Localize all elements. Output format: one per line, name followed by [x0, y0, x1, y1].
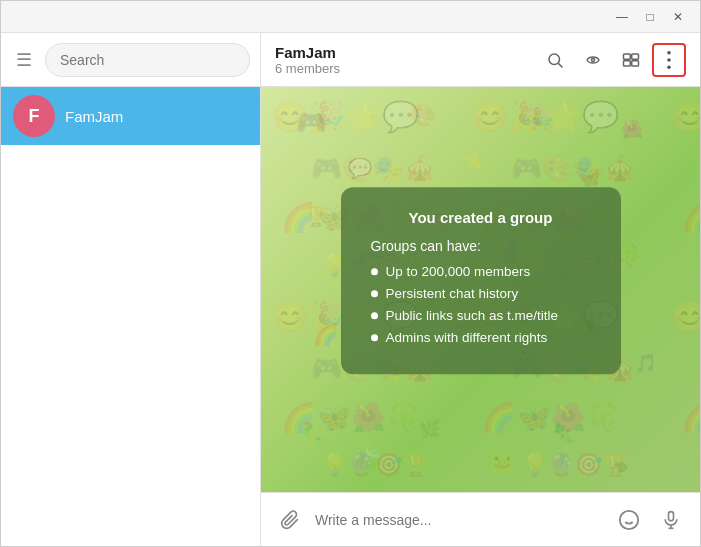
broadcast-icon: [584, 51, 602, 69]
more-options-button[interactable]: [652, 43, 686, 77]
minimize-button[interactable]: —: [608, 3, 636, 31]
list-item-text: Persistent chat history: [386, 286, 519, 301]
svg-text:🎮: 🎮: [296, 108, 327, 138]
svg-rect-3: [624, 54, 631, 59]
svg-point-2: [592, 58, 595, 61]
chat-item-famjam[interactable]: F FamJam: [1, 87, 260, 145]
search-icon-button[interactable]: [538, 43, 572, 77]
svg-point-0: [549, 54, 560, 65]
more-icon: [667, 51, 671, 69]
list-item: Persistent chat history: [371, 286, 591, 301]
chat-panel: FamJam 6 members: [261, 33, 700, 546]
search-input[interactable]: [45, 43, 250, 77]
sidebar-header: ☰: [1, 33, 260, 87]
chat-item-name: FamJam: [65, 108, 123, 125]
chat-list: F FamJam: [1, 87, 260, 546]
attach-button[interactable]: [273, 503, 307, 537]
group-card-subtitle: Groups can have:: [371, 238, 591, 254]
svg-text:🌺: 🌺: [621, 118, 643, 140]
list-item: Up to 200,000 members: [371, 264, 591, 279]
bullet-icon: [371, 334, 378, 341]
svg-point-8: [667, 58, 671, 62]
mic-icon: [661, 510, 681, 530]
svg-rect-5: [624, 60, 631, 65]
svg-rect-4: [632, 54, 639, 59]
group-card-list: Up to 200,000 membersPersistent chat his…: [371, 264, 591, 345]
chat-background: 🎮 💬 🎨 🌟 🎉 🦋 🌺 🏆 🎭 🎯 🔮 💡 🍀 🌈 🎪 😊: [261, 87, 700, 492]
main-area: ☰ F FamJam FamJam 6 members: [1, 33, 700, 546]
app-window: — □ ✕ ☰ F FamJam FamJam 6 me: [0, 0, 701, 547]
svg-text:🦜: 🦜: [300, 421, 325, 444]
svg-rect-38: [669, 511, 674, 520]
sidebar: ☰ F FamJam: [1, 33, 261, 546]
svg-text:🐸: 🐸: [489, 450, 516, 476]
search-icon: [546, 51, 564, 69]
svg-line-1: [558, 63, 562, 67]
svg-text:🏆: 🏆: [304, 205, 329, 228]
bullet-icon: [371, 268, 378, 275]
chat-header: FamJam 6 members: [261, 33, 700, 87]
group-created-card: You created a group Groups can have: Up …: [341, 187, 621, 374]
attach-icon: [280, 510, 300, 530]
screens-icon: [622, 51, 640, 69]
header-icons: [538, 43, 686, 77]
svg-point-9: [667, 65, 671, 69]
titlebar: — □ ✕: [1, 1, 700, 33]
svg-text:💬: 💬: [348, 157, 373, 180]
message-input[interactable]: [315, 512, 604, 528]
svg-text:🍃: 🍃: [357, 444, 386, 472]
svg-text:🌈: 🌈: [313, 322, 340, 348]
screens-icon-button[interactable]: [614, 43, 648, 77]
list-item-text: Up to 200,000 members: [386, 264, 531, 279]
message-bar: [261, 492, 700, 546]
chat-subtitle: 6 members: [275, 61, 528, 76]
svg-text:🎨: 🎨: [410, 102, 437, 128]
svg-text:🌿: 🌿: [419, 418, 441, 440]
svg-point-35: [620, 510, 638, 528]
emoji-icon: [618, 509, 640, 531]
bullet-icon: [371, 290, 378, 297]
bullet-icon: [371, 312, 378, 319]
avatar: F: [13, 95, 55, 137]
list-item: Public links such as t.me/title: [371, 308, 591, 323]
list-item-text: Public links such as t.me/title: [386, 308, 559, 323]
chat-title: FamJam: [275, 44, 528, 61]
svg-point-7: [667, 51, 671, 55]
mic-button[interactable]: [654, 503, 688, 537]
svg-text:🌟: 🌟: [463, 149, 485, 171]
svg-rect-6: [632, 60, 639, 65]
svg-text:🐢: 🐢: [608, 457, 630, 479]
list-item-text: Admins with different rights: [386, 330, 548, 345]
emoji-button[interactable]: [612, 503, 646, 537]
list-item: Admins with different rights: [371, 330, 591, 345]
broadcast-icon-button[interactable]: [576, 43, 610, 77]
svg-text:🦎: 🦎: [551, 421, 576, 444]
svg-text:🎉: 🎉: [525, 105, 554, 133]
chat-header-info: FamJam 6 members: [275, 44, 528, 76]
svg-text:🎵: 🎵: [635, 352, 657, 374]
svg-text:🦋: 🦋: [577, 166, 602, 189]
close-button[interactable]: ✕: [664, 3, 692, 31]
hamburger-button[interactable]: ☰: [11, 44, 37, 76]
maximize-button[interactable]: □: [636, 3, 664, 31]
group-card-title: You created a group: [371, 209, 591, 226]
